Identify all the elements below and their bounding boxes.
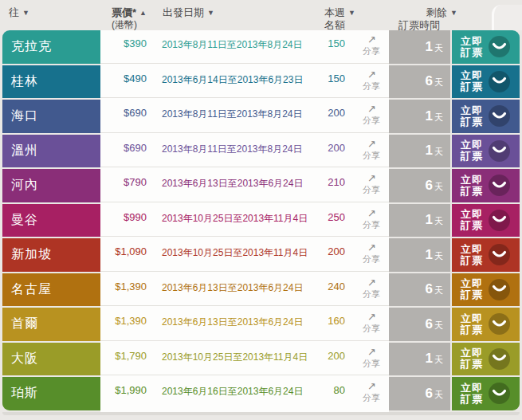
share-label: 分享	[345, 81, 380, 92]
header-remaining-time[interactable]: 剩餘▼ 訂票時間	[396, 6, 457, 31]
book-now-button[interactable]: 立即 訂票	[452, 238, 520, 272]
share-link[interactable]: ↗ 分享	[345, 30, 383, 63]
destination-cell[interactable]: 海口	[2, 100, 100, 133]
remaining-days-unit: 天	[434, 146, 443, 158]
share-link[interactable]: ↗ 分享	[345, 343, 383, 375]
book-now-button[interactable]: 立即 訂票	[452, 65, 520, 99]
share-label: 分享	[345, 151, 380, 162]
share-label: 分享	[345, 116, 380, 127]
book-now-line1: 立即	[461, 243, 483, 255]
destination-cell[interactable]: 溫州	[2, 135, 100, 168]
book-now-label: 立即 訂票	[461, 278, 483, 300]
share-label: 分享	[345, 254, 380, 265]
table-row: 名古屋 $1,390 2013年6月13日至2013年6月24日 240 ↗ 分…	[2, 273, 520, 307]
share-link[interactable]: ↗ 分享	[345, 377, 383, 410]
share-link[interactable]: ↗ 分享	[345, 308, 383, 340]
table-row: 新加坡 $1,090 2013年10月25日至2013年11月4日 200 ↗ …	[2, 238, 520, 272]
destination-cell[interactable]: 河內	[2, 169, 100, 202]
smile-arc-icon	[492, 388, 507, 399]
header-destination[interactable]: 往▼	[9, 6, 29, 19]
share-arrow-icon: ↗	[345, 138, 380, 151]
book-now-button[interactable]: 立即 訂票	[452, 343, 520, 376]
remaining-days-cell: 6 天	[389, 65, 450, 99]
book-now-line1: 立即	[461, 382, 483, 394]
book-now-line1: 立即	[461, 347, 483, 359]
share-link[interactable]: ↗ 分享	[345, 169, 383, 202]
remaining-days-cell: 6 天	[389, 377, 450, 410]
sort-up-icon[interactable]: ▲	[139, 9, 147, 17]
book-now-button[interactable]: 立即 訂票	[452, 135, 520, 168]
header-weekly-quota[interactable]: 本週▼ 名額	[324, 6, 355, 31]
weekly-quota: 150	[294, 65, 345, 98]
remaining-days-cell: 1 天	[389, 135, 450, 168]
destination-label: 海口	[11, 108, 38, 124]
book-now-button[interactable]: 立即 訂票	[452, 377, 520, 410]
book-now-label: 立即 訂票	[461, 347, 483, 370]
book-now-line2: 訂票	[461, 80, 483, 92]
remaining-days-number: 6	[426, 178, 433, 194]
share-arrow-icon: ↗	[345, 207, 380, 220]
smile-arc-icon	[492, 145, 507, 156]
weekly-quota: 200	[294, 343, 345, 375]
travel-dates: 2013年6月13日至2013年6月24日	[147, 308, 294, 340]
book-now-button[interactable]: 立即 訂票	[452, 204, 520, 237]
smile-arc-icon	[492, 249, 507, 261]
table-row: 大阪 $1,790 2013年10月25日至2013年11月4日 200 ↗ 分…	[2, 343, 520, 376]
sort-down-icon[interactable]: ▼	[22, 9, 29, 17]
destination-cell[interactable]: 桂林	[2, 65, 100, 99]
weekly-quota: 250	[294, 204, 345, 237]
share-link[interactable]: ↗ 分享	[345, 204, 383, 237]
fare-table-body: 克拉克 $390 2013年8月11日至2013年8月24日 150 ↗ 分享 …	[2, 30, 520, 410]
book-now-button[interactable]: 立即 訂票	[452, 30, 520, 64]
share-link[interactable]: ↗ 分享	[345, 135, 383, 167]
weekly-quota: 80	[294, 377, 345, 410]
weekly-quota: 160	[294, 308, 345, 340]
remaining-days-number: 1	[426, 39, 433, 55]
remaining-days-cell: 6 天	[389, 273, 450, 307]
book-circle-badge	[489, 71, 510, 92]
weekly-quota: 210	[294, 169, 345, 202]
share-link[interactable]: ↗ 分享	[345, 238, 383, 271]
share-link[interactable]: ↗ 分享	[345, 100, 383, 132]
book-now-label: 立即 訂票	[461, 383, 483, 405]
table-row: 海口 $690 2013年8月11日至2013年8月24日 200 ↗ 分享 1…	[2, 100, 520, 133]
share-link[interactable]: ↗ 分享	[345, 273, 383, 306]
book-now-line1: 立即	[461, 208, 483, 220]
fare-table: 往▼ 票價*▲ (港幣) 出發日期▼ 本週▼ 名額 剩餘▼ 訂票時間 克拉克	[2, 0, 520, 410]
sort-down-icon[interactable]: ▼	[207, 9, 214, 17]
book-now-line2: 訂票	[461, 254, 483, 266]
book-now-line2: 訂票	[461, 150, 483, 162]
book-now-label: 立即 訂票	[461, 175, 483, 197]
remaining-days-number: 1	[426, 143, 433, 159]
remaining-days-number: 6	[426, 281, 433, 297]
destination-cell[interactable]: 大阪	[2, 343, 100, 376]
destination-cell[interactable]: 克拉克	[2, 30, 100, 64]
destination-cell[interactable]: 名古屋	[2, 273, 100, 307]
book-circle-badge	[489, 210, 510, 231]
book-now-line1: 立即	[461, 69, 483, 81]
remaining-days-cell: 1 天	[389, 100, 450, 133]
sort-down-icon[interactable]: ▼	[450, 9, 457, 17]
book-now-button[interactable]: 立即 訂票	[452, 100, 520, 133]
share-link[interactable]: ↗ 分享	[345, 65, 383, 98]
travel-dates: 2013年6月16日至2013年6月24日	[147, 377, 294, 410]
book-now-button[interactable]: 立即 訂票	[452, 273, 520, 307]
destination-cell[interactable]: 新加坡	[2, 238, 100, 272]
destination-cell[interactable]: 首爾	[2, 308, 100, 341]
header-price-currency: (港幣)	[112, 19, 147, 31]
book-now-button[interactable]: 立即 訂票	[452, 169, 520, 202]
header-destination-label: 往	[9, 6, 19, 18]
remaining-days-unit: 天	[434, 285, 443, 296]
header-price[interactable]: 票價*▲ (港幣)	[112, 6, 147, 31]
destination-cell[interactable]: 珀斯	[2, 377, 100, 410]
weekly-quota: 200	[294, 135, 345, 167]
smile-arc-icon	[492, 214, 507, 226]
header-departure-date[interactable]: 出發日期▼	[163, 6, 214, 19]
remaining-days-number: 6	[426, 73, 433, 89]
destination-cell[interactable]: 曼谷	[2, 204, 100, 237]
smile-arc-icon	[492, 353, 507, 364]
book-now-button[interactable]: 立即 訂票	[452, 308, 520, 341]
sort-down-icon[interactable]: ▼	[348, 9, 355, 17]
remaining-days-cell: 1 天	[389, 204, 450, 237]
book-circle-badge	[489, 279, 510, 300]
